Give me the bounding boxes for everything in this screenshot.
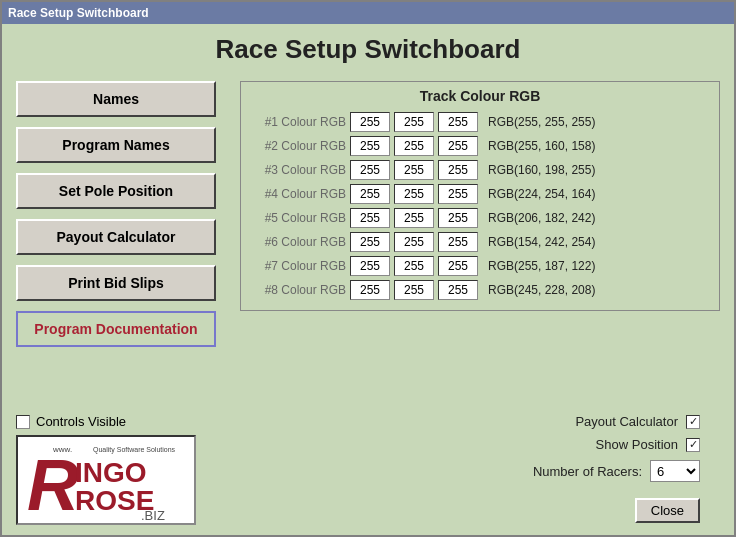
colour-g-6[interactable] xyxy=(394,232,434,252)
colour-g-4[interactable] xyxy=(394,184,434,204)
bottom-left: Controls Visible www. Quality Software S… xyxy=(16,414,226,525)
colour-r-4[interactable] xyxy=(350,184,390,204)
controls-visible-checkbox[interactable] xyxy=(16,415,30,429)
colour-b-4[interactable] xyxy=(438,184,478,204)
close-button[interactable]: Close xyxy=(635,498,700,523)
colour-row-8: #8 Colour RGB RGB(245, 228, 208) xyxy=(251,280,709,300)
colour-b-1[interactable] xyxy=(438,112,478,132)
colour-g-1[interactable] xyxy=(394,112,434,132)
right-panel: Track Colour RGB #1 Colour RGB RGB(255, … xyxy=(240,81,720,404)
colour-row-1: #1 Colour RGB RGB(255, 255, 255) xyxy=(251,112,709,132)
show-position-option-row: Show Position ✓ xyxy=(596,437,700,452)
colour-r-7[interactable] xyxy=(350,256,390,276)
colour-row-3: #3 Colour RGB RGB(160, 198, 255) xyxy=(251,160,709,180)
colour-b-8[interactable] xyxy=(438,280,478,300)
colour-label-2: #2 Colour RGB xyxy=(251,139,346,153)
colour-row-7: #7 Colour RGB RGB(255, 187, 122) xyxy=(251,256,709,276)
colour-g-5[interactable] xyxy=(394,208,434,228)
bottom-right: Payout Calculator ✓ Show Position ✓ Numb… xyxy=(226,414,720,523)
names-button[interactable]: Names xyxy=(16,81,216,117)
colour-rgb-text-8: RGB(245, 228, 208) xyxy=(488,283,595,297)
colour-g-3[interactable] xyxy=(394,160,434,180)
colour-g-2[interactable] xyxy=(394,136,434,156)
svg-text:R: R xyxy=(27,445,79,520)
colour-rgb-text-3: RGB(160, 198, 255) xyxy=(488,163,595,177)
colour-r-8[interactable] xyxy=(350,280,390,300)
track-colour-box: Track Colour RGB #1 Colour RGB RGB(255, … xyxy=(240,81,720,311)
number-of-racers-dropdown[interactable]: 4 5 6 7 8 xyxy=(650,460,700,482)
window-title: Race Setup Switchboard xyxy=(8,6,149,20)
colour-rgb-text-5: RGB(206, 182, 242) xyxy=(488,211,595,225)
colour-b-5[interactable] xyxy=(438,208,478,228)
svg-text:INGO: INGO xyxy=(75,457,147,488)
colour-label-5: #5 Colour RGB xyxy=(251,211,346,225)
colour-r-5[interactable] xyxy=(350,208,390,228)
controls-visible-row: Controls Visible xyxy=(16,414,226,429)
colour-rgb-text-4: RGB(224, 254, 164) xyxy=(488,187,595,201)
close-area: Close xyxy=(635,498,700,523)
colour-label-8: #8 Colour RGB xyxy=(251,283,346,297)
svg-text:.BIZ: .BIZ xyxy=(141,508,165,520)
colour-g-7[interactable] xyxy=(394,256,434,276)
colour-rgb-text-2: RGB(255, 160, 158) xyxy=(488,139,595,153)
colour-b-7[interactable] xyxy=(438,256,478,276)
colour-r-1[interactable] xyxy=(350,112,390,132)
colour-label-3: #3 Colour RGB xyxy=(251,163,346,177)
colour-b-3[interactable] xyxy=(438,160,478,180)
number-of-racers-label: Number of Racers: xyxy=(533,464,642,479)
program-names-button[interactable]: Program Names xyxy=(16,127,216,163)
page-title: Race Setup Switchboard xyxy=(16,34,720,65)
colour-label-6: #6 Colour RGB xyxy=(251,235,346,249)
number-of-racers-row: Number of Racers: 4 5 6 7 8 xyxy=(533,460,700,482)
colour-rgb-text-1: RGB(255, 255, 255) xyxy=(488,115,595,129)
left-panel: Names Program Names Set Pole Position Pa… xyxy=(16,81,226,404)
svg-text:Quality Software Solutions: Quality Software Solutions xyxy=(93,446,176,454)
payout-calculator-button[interactable]: Payout Calculator xyxy=(16,219,216,255)
print-bid-slips-button[interactable]: Print Bid Slips xyxy=(16,265,216,301)
colour-label-4: #4 Colour RGB xyxy=(251,187,346,201)
main-body: Names Program Names Set Pole Position Pa… xyxy=(16,81,720,404)
logo-box: www. Quality Software Solutions R INGO R… xyxy=(16,435,196,525)
show-position-checkmark: ✓ xyxy=(689,438,698,451)
payout-calculator-checkmark: ✓ xyxy=(689,415,698,428)
payout-calculator-option-row: Payout Calculator ✓ xyxy=(575,414,700,429)
colour-r-3[interactable] xyxy=(350,160,390,180)
colour-row-4: #4 Colour RGB RGB(224, 254, 164) xyxy=(251,184,709,204)
colour-label-1: #1 Colour RGB xyxy=(251,115,346,129)
colour-r-6[interactable] xyxy=(350,232,390,252)
colour-rgb-text-6: RGB(154, 242, 254) xyxy=(488,235,595,249)
colour-rows-container: #1 Colour RGB RGB(255, 255, 255) #2 Colo… xyxy=(251,112,709,300)
title-bar: Race Setup Switchboard xyxy=(2,2,734,24)
set-pole-position-button[interactable]: Set Pole Position xyxy=(16,173,216,209)
bottom-panel: Controls Visible www. Quality Software S… xyxy=(16,414,720,525)
show-position-option-checkbox[interactable]: ✓ xyxy=(686,438,700,452)
colour-b-2[interactable] xyxy=(438,136,478,156)
colour-label-7: #7 Colour RGB xyxy=(251,259,346,273)
colour-row-6: #6 Colour RGB RGB(154, 242, 254) xyxy=(251,232,709,252)
track-colour-title: Track Colour RGB xyxy=(251,88,709,104)
colour-rgb-text-7: RGB(255, 187, 122) xyxy=(488,259,595,273)
colour-b-6[interactable] xyxy=(438,232,478,252)
colour-g-8[interactable] xyxy=(394,280,434,300)
content-area: Race Setup Switchboard Names Program Nam… xyxy=(2,24,734,535)
main-window: Race Setup Switchboard Race Setup Switch… xyxy=(0,0,736,537)
colour-r-2[interactable] xyxy=(350,136,390,156)
colour-row-2: #2 Colour RGB RGB(255, 160, 158) xyxy=(251,136,709,156)
payout-calculator-option-checkbox[interactable]: ✓ xyxy=(686,415,700,429)
colour-row-5: #5 Colour RGB RGB(206, 182, 242) xyxy=(251,208,709,228)
payout-calculator-option-label: Payout Calculator xyxy=(575,414,678,429)
program-documentation-button[interactable]: Program Documentation xyxy=(16,311,216,347)
controls-visible-label: Controls Visible xyxy=(36,414,126,429)
logo-svg: www. Quality Software Solutions R INGO R… xyxy=(21,440,191,520)
show-position-option-label: Show Position xyxy=(596,437,678,452)
